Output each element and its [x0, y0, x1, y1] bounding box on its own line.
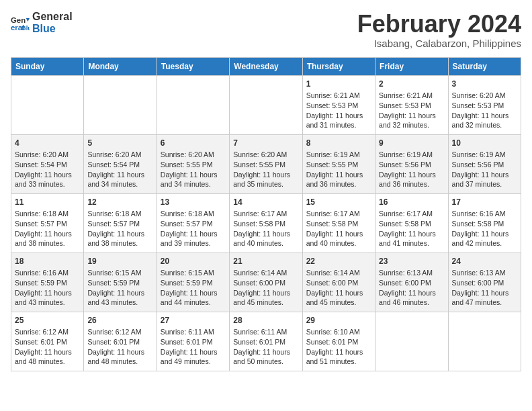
- day-info: and 33 minutes.: [15, 179, 80, 189]
- day-info: Sunrise: 6:18 AM: [15, 209, 80, 219]
- day-info: Daylight: 11 hours: [15, 347, 80, 357]
- day-info: and 32 minutes.: [379, 120, 444, 130]
- header: Gen eral Blue General Blue February 2024…: [11, 11, 521, 49]
- day-info: and 47 minutes.: [452, 298, 517, 308]
- day-info: and 45 minutes.: [233, 298, 298, 308]
- day-info: and 34 minutes.: [87, 179, 152, 189]
- day-info: Daylight: 11 hours: [87, 229, 152, 239]
- day-info: Sunrise: 6:20 AM: [452, 91, 517, 101]
- day-info: Sunrise: 6:15 AM: [87, 268, 152, 278]
- calendar-cell: 25Sunrise: 6:12 AMSunset: 6:01 PMDayligh…: [11, 312, 84, 371]
- day-info: Sunset: 5:55 PM: [233, 160, 298, 170]
- day-info: and 38 minutes.: [15, 238, 80, 248]
- day-info: Sunset: 5:57 PM: [87, 219, 152, 229]
- day-number: 26: [87, 315, 152, 326]
- calendar-cell: [11, 75, 84, 134]
- calendar-cell: [448, 312, 521, 371]
- calendar-cell: 1Sunrise: 6:21 AMSunset: 5:53 PMDaylight…: [302, 75, 375, 134]
- day-info: and 36 minutes.: [306, 179, 371, 189]
- day-number: 24: [452, 256, 517, 267]
- day-info: Sunset: 6:00 PM: [379, 278, 444, 288]
- day-info: and 40 minutes.: [233, 238, 298, 248]
- day-info: Sunset: 6:01 PM: [233, 337, 298, 347]
- calendar-cell: 5Sunrise: 6:20 AMSunset: 5:54 PMDaylight…: [84, 134, 157, 193]
- day-info: Sunset: 5:57 PM: [15, 219, 80, 229]
- day-info: Daylight: 11 hours: [306, 288, 371, 298]
- day-info: Sunset: 6:01 PM: [15, 337, 80, 347]
- day-info: Daylight: 11 hours: [15, 288, 80, 298]
- day-number: 8: [306, 138, 371, 149]
- calendar-cell: [157, 75, 229, 134]
- day-info: Sunrise: 6:18 AM: [87, 209, 152, 219]
- day-info: Daylight: 11 hours: [233, 347, 298, 357]
- calendar-cell: 28Sunrise: 6:11 AMSunset: 6:01 PMDayligh…: [230, 312, 302, 371]
- day-info: Sunrise: 6:12 AM: [15, 327, 80, 337]
- week-row-1: 1Sunrise: 6:21 AMSunset: 5:53 PMDaylight…: [11, 75, 521, 134]
- day-info: Sunset: 5:53 PM: [306, 101, 371, 111]
- day-info: Sunrise: 6:20 AM: [87, 150, 152, 160]
- day-number: 17: [452, 197, 517, 208]
- day-info: Daylight: 11 hours: [87, 170, 152, 180]
- day-info: and 43 minutes.: [87, 298, 152, 308]
- calendar-cell: 14Sunrise: 6:17 AMSunset: 5:58 PMDayligh…: [230, 193, 302, 253]
- week-row-5: 25Sunrise: 6:12 AMSunset: 6:01 PMDayligh…: [11, 312, 521, 371]
- day-info: Sunset: 5:56 PM: [452, 160, 517, 170]
- logo-line2: Blue: [32, 23, 73, 35]
- calendar-cell: 10Sunrise: 6:19 AMSunset: 5:56 PMDayligh…: [448, 134, 521, 193]
- day-info: Sunrise: 6:19 AM: [379, 150, 444, 160]
- day-info: and 43 minutes.: [15, 298, 80, 308]
- calendar-subtitle: Isabang, Calabarzon, Philippines: [357, 38, 521, 49]
- calendar-cell: 22Sunrise: 6:14 AMSunset: 6:00 PMDayligh…: [302, 253, 375, 312]
- day-info: and 50 minutes.: [233, 357, 298, 367]
- day-number: 10: [452, 138, 517, 149]
- calendar-cell: 27Sunrise: 6:11 AMSunset: 6:01 PMDayligh…: [157, 312, 229, 371]
- calendar-title: February 2024: [357, 11, 521, 38]
- day-info: Sunset: 5:57 PM: [161, 219, 226, 229]
- day-info: Sunrise: 6:11 AM: [161, 327, 226, 337]
- day-number: 11: [15, 197, 80, 208]
- day-info: Daylight: 11 hours: [306, 111, 371, 121]
- day-info: Sunrise: 6:20 AM: [233, 150, 298, 160]
- week-row-4: 18Sunrise: 6:16 AMSunset: 5:59 PMDayligh…: [11, 253, 521, 312]
- day-number: 13: [161, 197, 226, 208]
- day-info: Daylight: 11 hours: [15, 170, 80, 180]
- day-info: Daylight: 11 hours: [161, 288, 226, 298]
- calendar-cell: 8Sunrise: 6:19 AMSunset: 5:55 PMDaylight…: [302, 134, 375, 193]
- col-header-tuesday: Tuesday: [157, 57, 229, 75]
- day-info: Sunrise: 6:17 AM: [306, 209, 371, 219]
- day-info: Sunrise: 6:20 AM: [161, 150, 226, 160]
- day-info: and 44 minutes.: [161, 298, 226, 308]
- day-info: and 49 minutes.: [161, 357, 226, 367]
- day-info: Daylight: 11 hours: [306, 229, 371, 239]
- title-section: February 2024 Isabang, Calabarzon, Phili…: [357, 11, 521, 49]
- day-number: 3: [452, 79, 517, 90]
- day-info: Sunrise: 6:14 AM: [233, 268, 298, 278]
- day-info: Daylight: 11 hours: [452, 229, 517, 239]
- day-info: Sunset: 5:59 PM: [161, 278, 226, 288]
- day-number: 14: [233, 197, 298, 208]
- day-info: Sunrise: 6:18 AM: [161, 209, 226, 219]
- day-info: Sunset: 5:53 PM: [452, 101, 517, 111]
- day-info: Sunrise: 6:20 AM: [15, 150, 80, 160]
- logo-line1: General: [32, 11, 73, 23]
- day-number: 7: [233, 138, 298, 149]
- day-info: Sunrise: 6:17 AM: [379, 209, 444, 219]
- day-info: Sunset: 5:55 PM: [306, 160, 371, 170]
- day-info: Sunrise: 6:13 AM: [452, 268, 517, 278]
- day-info: Daylight: 11 hours: [233, 288, 298, 298]
- calendar-header-row: SundayMondayTuesdayWednesdayThursdayFrid…: [11, 57, 521, 75]
- day-info: Sunrise: 6:19 AM: [452, 150, 517, 160]
- day-info: Sunrise: 6:12 AM: [87, 327, 152, 337]
- day-number: 19: [87, 256, 152, 267]
- calendar-cell: 4Sunrise: 6:20 AMSunset: 5:54 PMDaylight…: [11, 134, 84, 193]
- day-number: 15: [306, 197, 371, 208]
- day-number: 9: [379, 138, 444, 149]
- calendar-cell: 16Sunrise: 6:17 AMSunset: 5:58 PMDayligh…: [375, 193, 448, 253]
- col-header-wednesday: Wednesday: [230, 57, 302, 75]
- day-info: and 36 minutes.: [379, 179, 444, 189]
- day-number: 21: [233, 256, 298, 267]
- calendar-cell: 3Sunrise: 6:20 AMSunset: 5:53 PMDaylight…: [448, 75, 521, 134]
- day-number: 6: [161, 138, 226, 149]
- calendar-cell: 18Sunrise: 6:16 AMSunset: 5:59 PMDayligh…: [11, 253, 84, 312]
- day-info: Daylight: 11 hours: [379, 170, 444, 180]
